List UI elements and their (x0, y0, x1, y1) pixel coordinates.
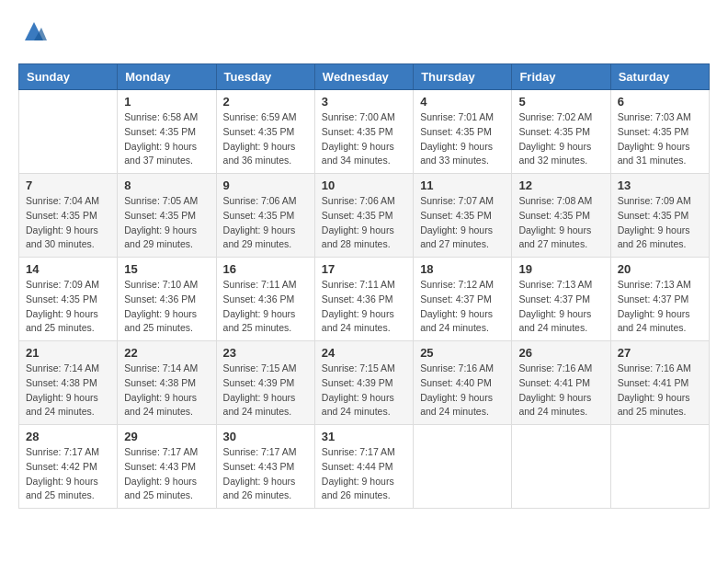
calendar-cell: 4Sunrise: 7:01 AMSunset: 4:35 PMDaylight… (414, 90, 512, 174)
day-info: Sunrise: 7:17 AMSunset: 4:42 PMDaylight:… (26, 445, 110, 503)
day-number: 13 (618, 178, 702, 192)
calendar-cell: 5Sunrise: 7:02 AMSunset: 4:35 PMDaylight… (512, 90, 610, 174)
calendar-cell: 9Sunrise: 7:06 AMSunset: 4:35 PMDaylight… (216, 174, 314, 258)
day-number: 16 (223, 262, 308, 276)
day-number: 29 (124, 430, 209, 443)
calendar-cell: 8Sunrise: 7:05 AMSunset: 4:35 PMDaylight… (118, 174, 216, 258)
day-number: 10 (322, 178, 406, 192)
day-number: 8 (124, 178, 209, 192)
day-info: Sunrise: 7:01 AMSunset: 4:35 PMDaylight:… (420, 110, 505, 168)
weekday-header: Wednesday (314, 64, 413, 90)
calendar-header-row: SundayMondayTuesdayWednesdayThursdayFrid… (19, 64, 710, 90)
day-info: Sunrise: 7:05 AMSunset: 4:35 PMDaylight:… (124, 194, 209, 252)
day-number: 4 (420, 95, 505, 109)
day-number: 6 (618, 95, 702, 109)
day-number: 27 (618, 346, 702, 360)
calendar-cell: 12Sunrise: 7:08 AMSunset: 4:35 PMDayligh… (512, 174, 610, 258)
day-info: Sunrise: 6:59 AMSunset: 4:35 PMDaylight:… (223, 110, 308, 168)
day-number: 14 (26, 262, 110, 276)
calendar-cell: 17Sunrise: 7:11 AMSunset: 4:36 PMDayligh… (314, 258, 413, 341)
day-info: Sunrise: 7:08 AMSunset: 4:35 PMDaylight:… (518, 194, 603, 252)
day-info: Sunrise: 7:13 AMSunset: 4:37 PMDaylight:… (518, 278, 603, 336)
day-info: Sunrise: 7:17 AMSunset: 4:43 PMDaylight:… (124, 445, 209, 503)
calendar-cell: 30Sunrise: 7:17 AMSunset: 4:43 PMDayligh… (216, 425, 314, 509)
calendar-cell: 1Sunrise: 6:58 AMSunset: 4:35 PMDaylight… (118, 90, 216, 174)
calendar-cell: 25Sunrise: 7:16 AMSunset: 4:40 PMDayligh… (414, 341, 512, 425)
day-info: Sunrise: 7:11 AMSunset: 4:36 PMDaylight:… (223, 278, 308, 336)
day-info: Sunrise: 7:06 AMSunset: 4:35 PMDaylight:… (223, 194, 308, 252)
calendar-week-row: 21Sunrise: 7:14 AMSunset: 4:38 PMDayligh… (19, 341, 710, 425)
calendar-cell: 20Sunrise: 7:13 AMSunset: 4:37 PMDayligh… (610, 258, 709, 341)
weekday-header: Friday (512, 64, 610, 90)
day-number: 30 (223, 430, 308, 443)
day-info: Sunrise: 7:15 AMSunset: 4:39 PMDaylight:… (223, 362, 308, 419)
calendar-cell: 29Sunrise: 7:17 AMSunset: 4:43 PMDayligh… (118, 425, 216, 509)
calendar-cell: 18Sunrise: 7:12 AMSunset: 4:37 PMDayligh… (414, 258, 512, 341)
calendar-week-row: 7Sunrise: 7:04 AMSunset: 4:35 PMDaylight… (19, 174, 710, 258)
calendar-cell: 23Sunrise: 7:15 AMSunset: 4:39 PMDayligh… (216, 341, 314, 425)
calendar-cell: 7Sunrise: 7:04 AMSunset: 4:35 PMDaylight… (19, 174, 118, 258)
weekday-header: Thursday (414, 64, 512, 90)
day-info: Sunrise: 7:16 AMSunset: 4:41 PMDaylight:… (518, 362, 603, 419)
day-info: Sunrise: 7:11 AMSunset: 4:36 PMDaylight:… (322, 278, 406, 336)
day-number: 11 (420, 178, 505, 192)
calendar-week-row: 14Sunrise: 7:09 AMSunset: 4:35 PMDayligh… (19, 258, 710, 341)
calendar-cell: 27Sunrise: 7:16 AMSunset: 4:41 PMDayligh… (610, 341, 709, 425)
day-info: Sunrise: 7:09 AMSunset: 4:35 PMDaylight:… (618, 194, 702, 252)
day-number: 5 (518, 95, 603, 109)
calendar-cell: 2Sunrise: 6:59 AMSunset: 4:35 PMDaylight… (216, 90, 314, 174)
day-info: Sunrise: 7:06 AMSunset: 4:35 PMDaylight:… (322, 194, 406, 252)
day-info: Sunrise: 7:04 AMSunset: 4:35 PMDaylight:… (26, 194, 110, 252)
day-number: 23 (223, 346, 308, 360)
day-number: 24 (322, 346, 406, 360)
day-number: 17 (322, 262, 406, 276)
day-number: 25 (420, 346, 505, 360)
calendar-cell: 16Sunrise: 7:11 AMSunset: 4:36 PMDayligh… (216, 258, 314, 341)
logo (18, 18, 47, 49)
calendar-cell: 22Sunrise: 7:14 AMSunset: 4:38 PMDayligh… (118, 341, 216, 425)
day-info: Sunrise: 6:58 AMSunset: 4:35 PMDaylight:… (124, 110, 209, 168)
day-info: Sunrise: 7:14 AMSunset: 4:38 PMDaylight:… (26, 362, 110, 419)
day-info: Sunrise: 7:16 AMSunset: 4:41 PMDaylight:… (618, 362, 702, 419)
calendar-cell: 3Sunrise: 7:00 AMSunset: 4:35 PMDaylight… (314, 90, 413, 174)
weekday-header: Tuesday (216, 64, 314, 90)
calendar-cell: 31Sunrise: 7:17 AMSunset: 4:44 PMDayligh… (314, 425, 413, 509)
weekday-header: Saturday (610, 64, 709, 90)
day-number: 7 (26, 178, 110, 192)
day-info: Sunrise: 7:12 AMSunset: 4:37 PMDaylight:… (420, 278, 505, 336)
day-info: Sunrise: 7:03 AMSunset: 4:35 PMDaylight:… (618, 110, 702, 168)
calendar-cell (610, 425, 709, 509)
page-header (18, 18, 710, 49)
calendar-cell: 28Sunrise: 7:17 AMSunset: 4:42 PMDayligh… (19, 425, 118, 509)
day-number: 15 (124, 262, 209, 276)
calendar-week-row: 28Sunrise: 7:17 AMSunset: 4:42 PMDayligh… (19, 425, 710, 509)
calendar-cell: 6Sunrise: 7:03 AMSunset: 4:35 PMDaylight… (610, 90, 709, 174)
calendar-cell (512, 425, 610, 509)
day-number: 18 (420, 262, 505, 276)
day-number: 2 (223, 95, 308, 109)
day-number: 31 (322, 430, 406, 443)
calendar-week-row: 1Sunrise: 6:58 AMSunset: 4:35 PMDaylight… (19, 90, 710, 174)
day-number: 20 (618, 262, 702, 276)
day-info: Sunrise: 7:09 AMSunset: 4:35 PMDaylight:… (26, 278, 110, 336)
calendar-cell: 14Sunrise: 7:09 AMSunset: 4:35 PMDayligh… (19, 258, 118, 341)
weekday-header: Monday (118, 64, 216, 90)
calendar-cell: 26Sunrise: 7:16 AMSunset: 4:41 PMDayligh… (512, 341, 610, 425)
weekday-header: Sunday (19, 64, 118, 90)
day-info: Sunrise: 7:14 AMSunset: 4:38 PMDaylight:… (124, 362, 209, 419)
calendar-cell: 11Sunrise: 7:07 AMSunset: 4:35 PMDayligh… (414, 174, 512, 258)
day-number: 22 (124, 346, 209, 360)
day-info: Sunrise: 7:00 AMSunset: 4:35 PMDaylight:… (322, 110, 406, 168)
day-info: Sunrise: 7:15 AMSunset: 4:39 PMDaylight:… (322, 362, 406, 419)
day-number: 3 (322, 95, 406, 109)
calendar-cell: 19Sunrise: 7:13 AMSunset: 4:37 PMDayligh… (512, 258, 610, 341)
day-number: 19 (518, 262, 603, 276)
day-info: Sunrise: 7:02 AMSunset: 4:35 PMDaylight:… (518, 110, 603, 168)
calendar-cell: 21Sunrise: 7:14 AMSunset: 4:38 PMDayligh… (19, 341, 118, 425)
day-number: 21 (26, 346, 110, 360)
logo-icon (21, 18, 47, 44)
calendar-cell (414, 425, 512, 509)
day-info: Sunrise: 7:13 AMSunset: 4:37 PMDaylight:… (618, 278, 702, 336)
day-info: Sunrise: 7:17 AMSunset: 4:44 PMDaylight:… (322, 445, 406, 503)
day-number: 12 (518, 178, 603, 192)
